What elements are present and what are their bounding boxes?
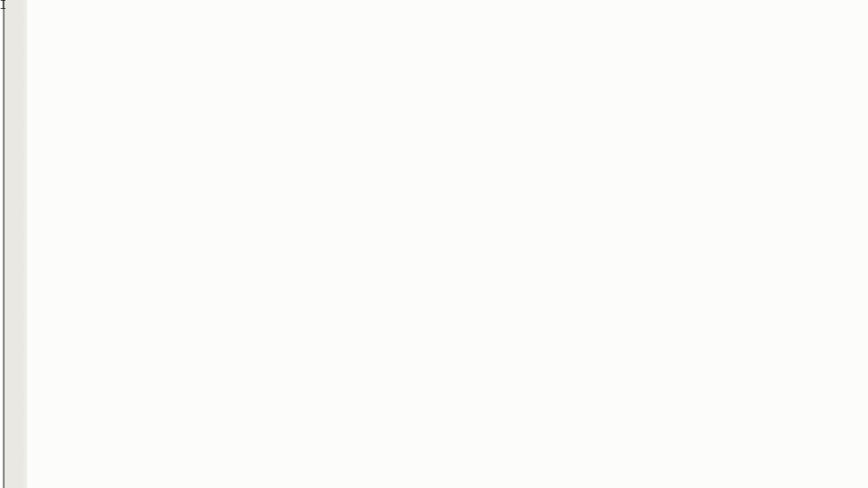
- ibeam-mouse-cursor: [0, 0, 6, 9]
- code-editor: [0, 0, 868, 488]
- line-number-gutter[interactable]: [5, 0, 27, 488]
